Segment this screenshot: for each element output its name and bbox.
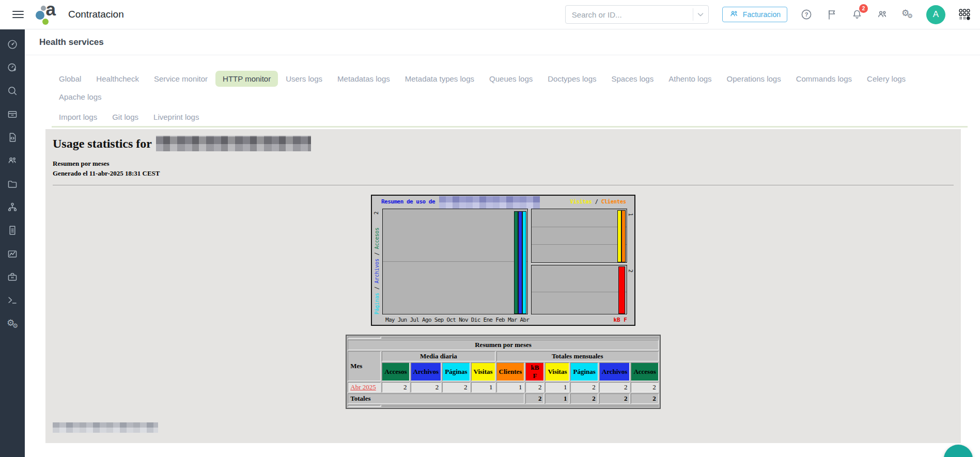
tab-import-logs[interactable]: Import logs [52,109,104,125]
month-link[interactable]: Abr 2025 [350,383,376,391]
table-title: Resumen por meses [348,340,659,350]
summary-table: Resumen por mesesMesMedia diariaTotales … [346,335,661,409]
tab-metadatas-logs[interactable]: Metadatas logs [330,71,397,87]
table-cell: 2 [570,382,598,392]
redacted-chart-site [439,196,540,209]
table-spacer [348,337,381,339]
col-header-visitas-3: Visitas [471,363,495,381]
table-cell: 1 [496,382,525,392]
col-header-clientes-4: Clientes [496,363,525,381]
main-plot-panel [382,209,528,314]
totals-cell: 2 [599,393,630,404]
app-logo[interactable]: a [35,4,57,25]
sidebar-health-monitor-icon[interactable] [7,62,18,73]
bar-accesos [514,211,518,314]
table-spacer [382,405,659,407]
report-title: Usage statistics for [53,136,954,151]
totals-cell: 2 [631,393,658,404]
tab-http-monitor[interactable]: HTTP monitor [215,71,278,87]
sidebar-search-icon[interactable] [7,85,18,97]
group-totales-mensuales: Totales mensuales [496,351,659,361]
tabs: GlobalHealthcheckService monitorHTTP mon… [52,71,968,128]
sidebar-terminal-icon[interactable] [7,294,18,306]
menu-icon[interactable] [12,11,24,18]
kb-plot-panel [531,265,627,314]
svg-text:?: ? [805,11,808,18]
totals-cell: 1 [545,393,569,404]
app-title: Contratacion [68,9,124,20]
totals-cell: 2 [570,393,598,404]
col-header-kb-f-5: kB F [525,363,544,381]
facturacion-label: Facturacion [743,10,781,19]
tab-git-logs[interactable]: Git logs [105,109,146,125]
col-header-mes: Mes [348,351,381,381]
chart-right-legend: Visitas / Clientes [570,199,626,204]
avatar[interactable]: A [926,5,945,24]
users-icon[interactable] [876,8,889,21]
tab-metadata-types-logs[interactable]: Metadata types logs [398,71,481,87]
sidebar-toolbox-icon[interactable] [7,271,18,282]
table-cell: 1 [545,382,569,392]
visits-plot-panel [531,209,627,263]
tab-users-logs[interactable]: Users logs [278,71,330,87]
col-header-accesos-9: Accesos [631,363,658,381]
tab-doctypes-logs[interactable]: Doctypes logs [540,71,603,87]
tab-commands-logs[interactable]: Commands logs [789,71,859,87]
divider [53,185,954,185]
tab-celery-logs[interactable]: Celery logs [860,71,913,87]
sidebar-document-icon[interactable] [7,225,18,236]
tab-queues-logs[interactable]: Queues logs [482,71,540,87]
table-cell: 2 [382,382,409,392]
sidebar-folder-icon[interactable] [7,178,18,190]
flag-icon[interactable] [826,8,838,21]
bar-kbf [618,266,625,314]
totals-row: Totales21222 [348,393,659,404]
table-cell: 2 [525,382,544,392]
main-content: Health services GlobalHealthcheckService… [25,29,980,457]
tab-athento-logs[interactable]: Athento logs [661,71,719,87]
page-header: Health services [25,29,980,55]
table-cell: 2 [442,382,470,392]
tab-global[interactable]: Global [52,71,88,87]
col-header-p-ginas-7: Páginas [570,363,598,381]
tab-apache-logs[interactable]: Apache logs [52,89,109,105]
logo-dot-blue [36,11,44,20]
legend-visitas: Visitas [570,199,592,204]
tab-service-monitor[interactable]: Service monitor [147,71,215,87]
topbar: a Contratacion Facturacion ? 2 ⚙⚙ A [0,0,980,29]
col-header-visitas-6: Visitas [545,363,569,381]
col-header-accesos-0: Accesos [382,363,409,381]
summary-heading: Resumen por meses [53,159,954,169]
tab-spaces-logs[interactable]: Spaces logs [604,71,661,87]
table-row: Abr 20252221121222 [348,382,659,392]
sidebar-settings-icon[interactable]: ⚙⚙ [7,318,18,329]
search-divider [693,8,693,21]
sidebar-analytics-icon[interactable] [7,248,18,259]
bar-visitas [617,210,621,262]
sidebar-archive-icon[interactable] [7,108,18,120]
search-input[interactable] [572,10,693,19]
tab-liveprint-logs[interactable]: Liveprint logs [146,109,206,125]
page-title: Health services [39,37,980,48]
col-header-archivos-8: Archivos [599,363,630,381]
col-header-p-ginas-2: Páginas [442,363,470,381]
summary-table-body: Resumen por mesesMesMedia diariaTotales … [348,337,659,407]
sidebar-dashboard-icon[interactable] [7,39,18,50]
col-header-archivos-1: Archivos [411,363,442,381]
gears-icon[interactable]: ⚙⚙ [901,8,914,21]
tab-operations-logs[interactable]: Operations logs [720,71,788,87]
sidebar-file-code-icon[interactable] [7,132,18,143]
bell-icon[interactable]: 2 [851,8,863,21]
table-cell: 2 [411,382,442,392]
chart-title: Resumen de uso de [381,198,435,205]
visits-axis-max-label: 1 [627,213,633,216]
redacted-footer-text [53,422,158,433]
sidebar-users-icon[interactable] [7,155,18,166]
search-box[interactable] [565,5,709,24]
help-icon[interactable]: ? [800,8,813,21]
sidebar-sitemap-icon[interactable] [7,201,18,213]
facturacion-button[interactable]: Facturacion [722,7,787,22]
tab-healthcheck[interactable]: Healthcheck [89,71,146,87]
chevron-down-icon[interactable] [696,10,705,19]
apps-grid-icon[interactable] [958,8,971,21]
